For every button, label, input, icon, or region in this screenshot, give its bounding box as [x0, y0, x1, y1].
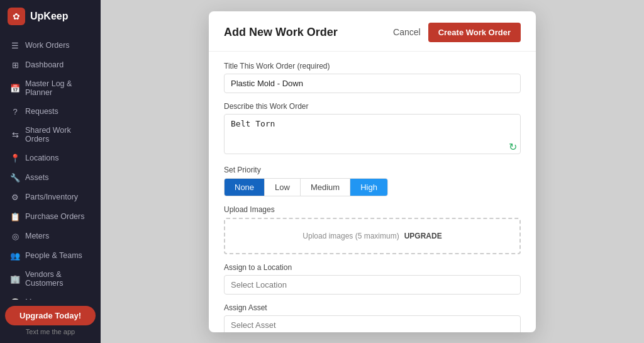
work-orders-icon: ☰	[10, 40, 20, 50]
sidebar-item-label-work-orders: Work Orders	[25, 41, 70, 50]
sidebar-item-parts-inventory[interactable]: ⚙ Parts/Inventory	[3, 188, 98, 206]
asset-field-group: Assign Asset	[224, 303, 521, 332]
logo-icon: ✿	[8, 8, 25, 25]
asset-input[interactable]	[224, 315, 521, 332]
vendors-customers-icon: 🏢	[10, 274, 20, 284]
sidebar-item-label-locations: Locations	[25, 154, 59, 162]
modal-header: Add New Work Order Cancel Create Work Or…	[209, 11, 536, 52]
sidebar-item-shared-work-orders[interactable]: ⇆ Shared Work Orders	[3, 121, 98, 148]
upload-text: Upload images (5 maximum)	[303, 232, 399, 240]
describe-field-group: Describe this Work Order Belt Torn ↻	[224, 102, 521, 157]
sidebar: ✿ UpKeep ☰ Work Orders ⊞ Dashboard 📅 Mas…	[0, 0, 101, 343]
textarea-wrapper: Belt Torn ↻	[224, 114, 521, 157]
cancel-button[interactable]: Cancel	[393, 27, 421, 37]
sidebar-item-messages[interactable]: 💬 Messages	[3, 293, 98, 300]
describe-textarea[interactable]: Belt Torn	[224, 114, 521, 154]
priority-section: Set Priority None Low Medium High	[224, 166, 521, 196]
upload-section: Upload Images Upload images (5 maximum) …	[224, 205, 521, 254]
sidebar-item-purchase-orders[interactable]: 📋 Purchase Orders	[3, 207, 98, 226]
sidebar-item-label-assets: Assets	[25, 173, 49, 182]
assets-icon: 🔧	[10, 172, 20, 183]
sidebar-bottom: Upgrade Today! Text me the app	[0, 300, 101, 343]
sidebar-item-label-vendors-customers: Vendors & Customers	[25, 270, 91, 288]
modal-header-actions: Cancel Create Work Order	[393, 23, 521, 42]
modal-title: Add New Work Order	[224, 26, 338, 39]
sidebar-item-assets[interactable]: 🔧 Assets	[3, 168, 98, 187]
upgrade-button[interactable]: Upgrade Today!	[5, 306, 96, 325]
upgrade-link[interactable]: UPGRADE	[404, 232, 442, 240]
sidebar-item-label-shared-work-orders: Shared Work Orders	[25, 126, 91, 143]
sidebar-item-locations[interactable]: 📍 Locations	[3, 149, 98, 167]
sidebar-logo: ✿ UpKeep	[0, 0, 101, 33]
title-input[interactable]	[224, 74, 521, 93]
assign-asset-label: Assign Asset	[224, 303, 521, 312]
sidebar-item-label-requests: Requests	[25, 107, 58, 116]
title-field-label: Title This Work Order (required)	[224, 62, 521, 70]
main-content: Add New Work Order Cancel Create Work Or…	[101, 0, 644, 343]
sidebar-item-label-meters: Meters	[25, 232, 49, 240]
upload-label: Upload Images	[224, 205, 521, 214]
describe-label: Describe this Work Order	[224, 102, 521, 111]
purchase-orders-icon: 📋	[10, 211, 20, 222]
sidebar-item-label-parts-inventory: Parts/Inventory	[25, 193, 78, 201]
priority-buttons: None Low Medium High	[224, 178, 388, 196]
sidebar-item-label-master-log: Master Log & Planner	[25, 79, 91, 97]
priority-high-button[interactable]: High	[350, 179, 387, 196]
master-log-icon: 📅	[10, 83, 20, 93]
priority-none-button[interactable]: None	[225, 179, 264, 196]
priority-low-button[interactable]: Low	[264, 179, 300, 196]
priority-label: Set Priority	[224, 166, 521, 174]
sidebar-item-dashboard[interactable]: ⊞ Dashboard	[3, 55, 98, 74]
logo-text: UpKeep	[30, 11, 68, 22]
text-app-label: Text me the app	[26, 328, 75, 335]
sidebar-nav: ☰ Work Orders ⊞ Dashboard 📅 Master Log &…	[0, 33, 101, 300]
refresh-icon[interactable]: ↻	[509, 141, 517, 153]
sidebar-item-requests[interactable]: ? Requests	[3, 102, 98, 121]
add-work-order-modal: Add New Work Order Cancel Create Work Or…	[209, 11, 536, 332]
locations-icon: 📍	[10, 153, 20, 163]
requests-icon: ?	[10, 106, 20, 116]
create-work-order-button[interactable]: Create Work Order	[428, 23, 521, 42]
sidebar-item-master-log[interactable]: 📅 Master Log & Planner	[3, 75, 98, 101]
sidebar-item-work-orders[interactable]: ☰ Work Orders	[3, 36, 98, 55]
people-teams-icon: 👥	[10, 250, 20, 261]
parts-inventory-icon: ⚙	[10, 192, 20, 202]
sidebar-item-label-dashboard: Dashboard	[25, 60, 64, 69]
modal-body: Title This Work Order (required) Describ…	[209, 52, 536, 332]
sidebar-item-label-purchase-orders: Purchase Orders	[25, 212, 84, 221]
dashboard-icon: ⊞	[10, 60, 20, 70]
upload-area[interactable]: Upload images (5 maximum) UPGRADE	[224, 218, 521, 254]
sidebar-item-vendors-customers[interactable]: 🏢 Vendors & Customers	[3, 266, 98, 292]
sidebar-item-meters[interactable]: ◎ Meters	[3, 227, 98, 245]
title-field-group: Title This Work Order (required)	[224, 62, 521, 93]
sidebar-item-people-teams[interactable]: 👥 People & Teams	[3, 246, 98, 265]
meters-icon: ◎	[10, 231, 20, 241]
assign-location-label: Assign to a Location	[224, 263, 521, 272]
priority-medium-button[interactable]: Medium	[300, 179, 350, 196]
location-input[interactable]	[224, 275, 521, 295]
location-field-group: Assign to a Location	[224, 263, 521, 295]
sidebar-item-label-people-teams: People & Teams	[25, 251, 82, 260]
shared-work-orders-icon: ⇆	[10, 130, 20, 140]
